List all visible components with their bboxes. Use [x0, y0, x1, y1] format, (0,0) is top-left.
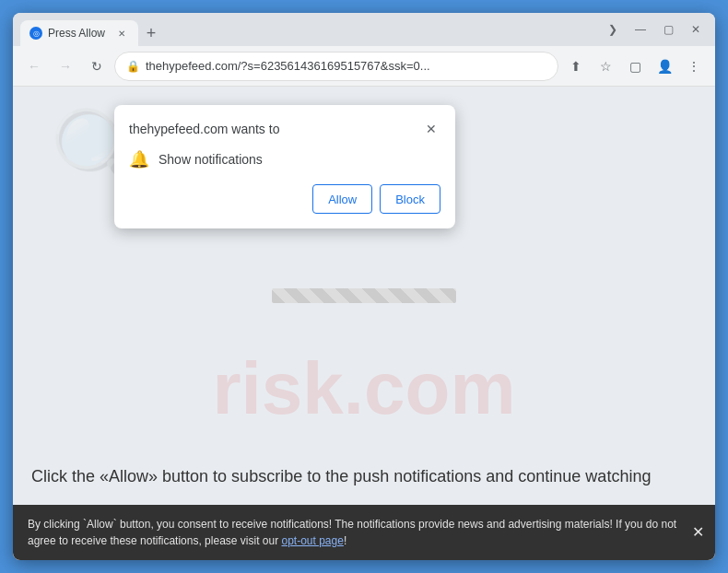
page-cta-text: Click the «Allow» button to subscribe to… — [31, 467, 697, 486]
browser-window: ◎ Press Allow ✕ + ❯ — ▢ ✕ ← → ↻ 🔒 thehyp… — [13, 13, 715, 560]
tab-title: Press Allow — [48, 27, 105, 40]
maximize-button[interactable]: ▢ — [656, 18, 680, 41]
notification-label: Show notifications — [159, 152, 263, 167]
consent-banner: By clicking `Allow` button, you consent … — [13, 505, 715, 560]
share-button[interactable]: ⬆ — [562, 53, 590, 80]
new-tab-button[interactable]: + — [138, 20, 164, 46]
bell-icon: 🔔 — [129, 149, 149, 170]
menu-button[interactable]: ⋮ — [680, 53, 708, 80]
back-button[interactable]: ← — [20, 53, 48, 80]
close-button[interactable]: ✕ — [684, 18, 708, 41]
forward-button[interactable]: → — [52, 53, 79, 80]
popup-header: thehypefeed.com wants to ✕ — [129, 120, 440, 138]
active-tab[interactable]: ◎ Press Allow ✕ — [20, 20, 138, 46]
collapse-button[interactable]: ❯ — [601, 18, 625, 41]
title-bar: ◎ Press Allow ✕ + ❯ — ▢ ✕ — [13, 13, 715, 46]
toolbar-right: ⬆ ☆ ▢ 👤 ⋮ — [562, 53, 708, 80]
watermark-text: risk.com — [212, 346, 515, 431]
url-text: thehypefeed.com/?s=623561436169515767&ss… — [146, 59, 546, 73]
minimize-button[interactable]: — — [628, 18, 652, 41]
banner-text: By clicking `Allow` button, you consent … — [28, 518, 676, 547]
browser-content: 🔍 risk.com Click the «Allow» button to s… — [13, 87, 715, 560]
window-controls: ❯ — ▢ ✕ — [601, 18, 708, 41]
account-button[interactable]: 👤 — [651, 53, 678, 80]
tab-favicon: ◎ — [29, 27, 42, 40]
tab-close-button[interactable]: ✕ — [114, 26, 129, 41]
block-button[interactable]: Block — [380, 184, 440, 214]
notification-popup: thehypefeed.com wants to ✕ 🔔 Show notifi… — [114, 105, 455, 228]
popup-title: thehypefeed.com wants to — [129, 122, 279, 136]
banner-suffix: ! — [344, 534, 346, 547]
popup-close-button[interactable]: ✕ — [422, 120, 440, 138]
browser-toolbar: ← → ↻ 🔒 thehypefeed.com/?s=6235614361695… — [13, 46, 715, 87]
address-bar[interactable]: 🔒 thehypefeed.com/?s=623561436169515767&… — [114, 52, 558, 81]
refresh-button[interactable]: ↻ — [83, 53, 111, 80]
popup-buttons: Allow Block — [129, 184, 440, 214]
loading-bar — [272, 288, 456, 303]
banner-close-button[interactable]: ✕ — [692, 521, 704, 544]
bookmark-button[interactable]: ☆ — [592, 53, 619, 80]
allow-button[interactable]: Allow — [312, 184, 372, 214]
lock-icon: 🔒 — [126, 60, 140, 73]
opt-out-link[interactable]: opt-out page — [281, 534, 343, 547]
split-view-button[interactable]: ▢ — [621, 53, 649, 80]
popup-notification-row: 🔔 Show notifications — [129, 149, 440, 170]
tab-bar: ◎ Press Allow ✕ + — [20, 13, 601, 46]
